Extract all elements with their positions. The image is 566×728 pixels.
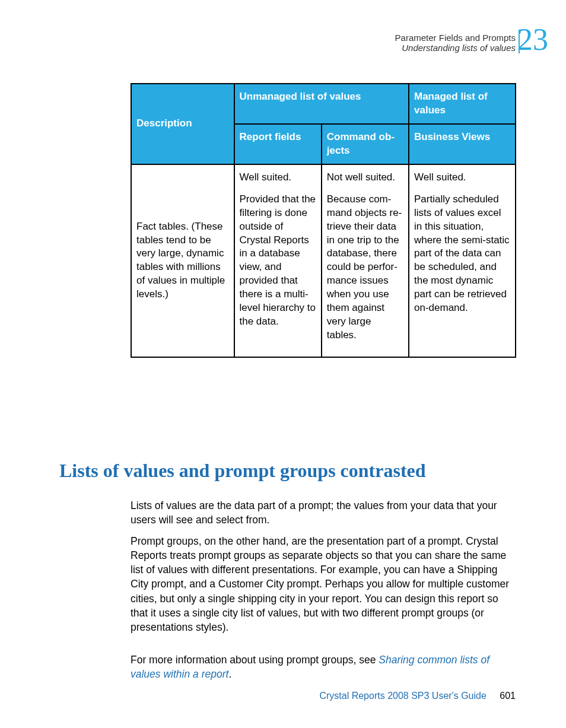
cell-report-fields: Well suited. Provided that the filtering… [234, 164, 322, 357]
page-footer: Crystal Reports 2008 SP3 User's Guide 60… [319, 691, 516, 701]
cell-bv-p2: Partially sched­uled lists of val­ues ex… [414, 193, 510, 315]
page-header: Parameter Fields and Prompts Understandi… [395, 33, 516, 53]
cell-bv-p1: Well suited. [414, 171, 510, 185]
section-heading: Lists of values and prompt groups contra… [59, 460, 426, 482]
p3-prefix: For more information about using prompt … [131, 654, 379, 666]
body-paragraph-3: For more information about using prompt … [131, 653, 513, 681]
p3-suffix: . [228, 668, 231, 680]
cell-business-views: Well suited. Partially sched­uled lists … [409, 164, 516, 357]
th-description: Description [131, 84, 234, 164]
body-paragraph-1: Lists of values are the data part of a p… [131, 498, 513, 527]
th-command-objects: Command ob­jects [322, 124, 409, 164]
cell-co-p2: Because com­mand objects re­trieve their… [327, 193, 403, 342]
cell-description: Fact tables. (These tables tend to be ve… [131, 164, 234, 357]
th-unmanaged: Unmanaged list of values [234, 84, 409, 124]
th-business-views: Business Views [409, 124, 516, 164]
header-subtitle: Understanding lists of values [395, 43, 516, 53]
table-row: Fact tables. (These tables tend to be ve… [131, 164, 516, 357]
cell-co-p1: Not well suited. [327, 171, 403, 185]
footer-page-number: 601 [500, 691, 516, 701]
cell-rf-p2: Provided that the filtering is done outs… [240, 193, 316, 329]
th-managed: Managed list of values [409, 84, 516, 124]
values-table: Description Unmanaged list of values Man… [131, 83, 516, 358]
cell-rf-p1: Well suited. [240, 171, 316, 185]
footer-guide-title: Crystal Reports 2008 SP3 User's Guide [319, 691, 486, 701]
cell-command-objects: Not well suited. Because com­mand object… [322, 164, 409, 357]
header-chapter-title: Parameter Fields and Prompts [395, 33, 516, 43]
body-paragraph-2: Prompt groups, on the other hand, are th… [131, 534, 513, 634]
chapter-number: 23 [517, 22, 548, 57]
th-report-fields: Report fields [234, 124, 322, 164]
